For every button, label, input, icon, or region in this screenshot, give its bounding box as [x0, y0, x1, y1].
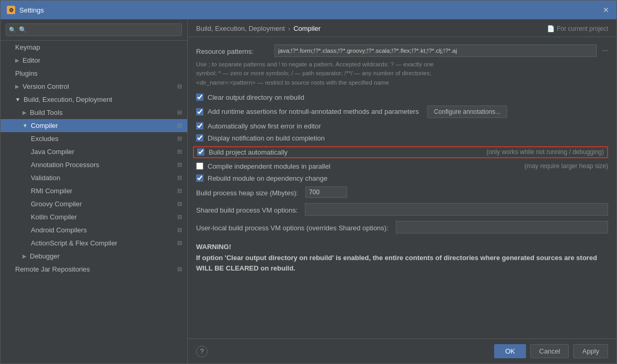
sidebar-item-excludes[interactable]: Excludes ⊟ — [1, 132, 187, 145]
page-icon: ⊟ — [177, 135, 182, 142]
rebuild-on-change-checkbox[interactable] — [196, 174, 203, 182]
sidebar-item-build-tools[interactable]: ▶ Build Tools ⊟ — [1, 106, 187, 119]
add-runtime-checkbox[interactable] — [196, 108, 203, 115]
help-button[interactable]: ? — [196, 346, 208, 357]
sidebar-item-annotation-processors[interactable]: Annotation Processors ⊟ — [1, 158, 187, 171]
breadcrumb-parent: Build, Execution, Deployment — [196, 25, 285, 32]
sidebar-label-build-execution: Build, Execution, Deployment — [24, 96, 112, 103]
main-panel: Build, Execution, Deployment › Compiler … — [188, 19, 616, 363]
page-icon: ⊟ — [177, 83, 182, 90]
heap-size-input[interactable] — [305, 186, 347, 198]
dialog-content: 🔍 Keymap ▶ Editor — [1, 19, 616, 363]
sidebar: 🔍 Keymap ▶ Editor — [1, 19, 188, 363]
page-icon: ⊟ — [177, 266, 182, 273]
sidebar-label-validation: Validation — [31, 174, 60, 182]
sidebar-label-plugins: Plugins — [15, 69, 38, 77]
sidebar-label-compiler: Compiler — [31, 122, 58, 130]
bottom-right-buttons: OK Cancel Apply — [494, 344, 608, 358]
sidebar-item-keymap[interactable]: Keymap — [1, 41, 187, 54]
user-vm-row: User-local build process VM options (ove… — [196, 221, 608, 233]
for-project: 📄 For current project — [547, 25, 608, 32]
dialog-title: Settings — [19, 6, 44, 14]
resource-hint: Use ; to separate patterns and ! to nega… — [196, 60, 608, 87]
sidebar-label-kotlin-compiler: Kotlin Compiler — [31, 213, 77, 221]
arrow-right-icon: ▶ — [15, 57, 19, 63]
resource-patterns-label: Resource patterns: — [196, 46, 269, 55]
search-input[interactable] — [6, 24, 182, 36]
sidebar-item-version-control[interactable]: ▶ Version Control ⊟ — [1, 80, 187, 93]
sidebar-label-build-tools: Build Tools — [30, 109, 63, 116]
sidebar-item-editor[interactable]: ▶ Editor — [1, 54, 187, 67]
sidebar-item-build-execution[interactable]: ▼ Build, Execution, Deployment — [1, 93, 187, 106]
sidebar-item-remote-jar[interactable]: Remote Jar Repositories ⊟ — [1, 263, 187, 276]
configure-annotations-button[interactable]: Configure annotations... — [427, 105, 507, 118]
expand-icon[interactable]: ⋯ — [602, 47, 608, 54]
sidebar-nav: Keymap ▶ Editor Plugins — [1, 41, 187, 363]
page-icon: ⊟ — [177, 240, 182, 246]
sidebar-label-keymap: Keymap — [15, 43, 40, 51]
bottom-bar: ? OK Cancel Apply — [188, 338, 616, 363]
page-icon: ⊟ — [177, 161, 182, 168]
compile-parallel-checkbox[interactable] — [196, 162, 203, 170]
title-bar: ⚙ Settings ✕ — [1, 1, 616, 19]
compiler-settings-content: Resource patterns: ⋯ Use ; to separate p… — [188, 37, 616, 338]
sidebar-item-java-compiler[interactable]: Java Compiler ⊟ — [1, 145, 187, 158]
title-bar-left: ⚙ Settings — [7, 6, 44, 14]
checkbox-row-build-automatically: Build project automatically (only works … — [193, 146, 608, 158]
sidebar-item-android-compilers[interactable]: Android Compilers ⊟ — [1, 224, 187, 237]
sidebar-item-validation[interactable]: Validation ⊟ — [1, 171, 187, 184]
shared-vm-row: Shared build process VM options: — [196, 203, 608, 216]
sidebar-label-excludes: Excludes — [31, 135, 59, 143]
user-vm-input[interactable] — [396, 221, 608, 233]
sidebar-item-debugger[interactable]: ▶ Debugger — [1, 250, 187, 263]
sidebar-label-groovy-compiler: Groovy Compiler — [31, 200, 82, 208]
heap-size-row: Build process heap size (Mbytes): — [196, 186, 608, 198]
build-automatically-label[interactable]: Build project automatically — [209, 148, 288, 156]
sidebar-label-annotation-processors: Annotation Processors — [31, 161, 99, 169]
sidebar-item-compiler[interactable]: ▼ Compiler ⊟ — [1, 119, 187, 132]
sidebar-item-plugins[interactable]: Plugins — [1, 67, 187, 80]
compile-parallel-label[interactable]: Compile independent modules in parallel — [208, 162, 330, 170]
for-project-icon: 📄 — [547, 25, 555, 32]
page-icon: ⊟ — [177, 187, 182, 194]
sidebar-label-editor: Editor — [22, 56, 40, 64]
rebuild-on-change-label[interactable]: Rebuild module on dependency change — [208, 174, 327, 182]
for-project-label: For current project — [557, 25, 608, 32]
apply-button[interactable]: Apply — [573, 344, 608, 358]
build-automatically-checkbox[interactable] — [197, 148, 204, 156]
build-automatically-note: (only works while not running / debuggin… — [486, 148, 604, 156]
cancel-button[interactable]: Cancel — [530, 344, 569, 358]
user-vm-label: User-local build process VM options (ove… — [196, 222, 389, 232]
resource-patterns-row: Resource patterns: ⋯ — [196, 44, 608, 57]
arrow-down-icon: ▼ — [15, 97, 20, 102]
shared-vm-input[interactable] — [305, 203, 608, 216]
ok-button[interactable]: OK — [494, 344, 526, 358]
checkbox-row-rebuild-on-change: Rebuild module on dependency change — [196, 174, 608, 182]
resource-patterns-input[interactable] — [275, 44, 597, 57]
display-notification-checkbox[interactable] — [196, 134, 203, 142]
breadcrumb-separator: › — [288, 25, 290, 32]
arrow-down-icon: ▼ — [22, 123, 28, 128]
shared-vm-label: Shared build process VM options: — [196, 205, 298, 214]
clear-output-label[interactable]: Clear output directory on rebuild — [208, 93, 304, 101]
checkbox-row-clear-output: Clear output directory on rebuild — [196, 93, 608, 101]
warning-box: WARNING! If option 'Clear output directo… — [196, 242, 608, 274]
page-icon: ⊟ — [177, 201, 182, 207]
auto-show-error-label[interactable]: Automatically show first error in editor — [208, 122, 321, 130]
warning-body: If option 'Clear output directory on reb… — [196, 253, 608, 275]
sidebar-item-kotlin-compiler[interactable]: Kotlin Compiler ⊟ — [1, 210, 187, 224]
sidebar-item-groovy-compiler[interactable]: Groovy Compiler ⊟ — [1, 197, 187, 210]
sidebar-label-android-compilers: Android Compilers — [31, 226, 87, 234]
sidebar-item-actionscript-flex[interactable]: ActionScript & Flex Compiler ⊟ — [1, 237, 187, 250]
add-runtime-label[interactable]: Add runtime assertions for notnull-annot… — [208, 108, 419, 115]
auto-show-error-checkbox[interactable] — [196, 122, 203, 130]
checkbox-row-compile-parallel: Compile independent modules in parallel … — [196, 162, 608, 170]
breadcrumb: Build, Execution, Deployment › Compiler … — [188, 19, 616, 37]
checkbox-row-display-notification: Display notification on build completion — [196, 134, 608, 142]
heap-size-label: Build process heap size (Mbytes): — [196, 187, 298, 197]
search-wrapper: 🔍 — [6, 24, 182, 36]
sidebar-item-rmi-compiler[interactable]: RMI Compiler ⊟ — [1, 184, 187, 197]
display-notification-label[interactable]: Display notification on build completion — [208, 134, 325, 142]
clear-output-checkbox[interactable] — [196, 93, 203, 101]
close-button[interactable]: ✕ — [602, 6, 610, 14]
